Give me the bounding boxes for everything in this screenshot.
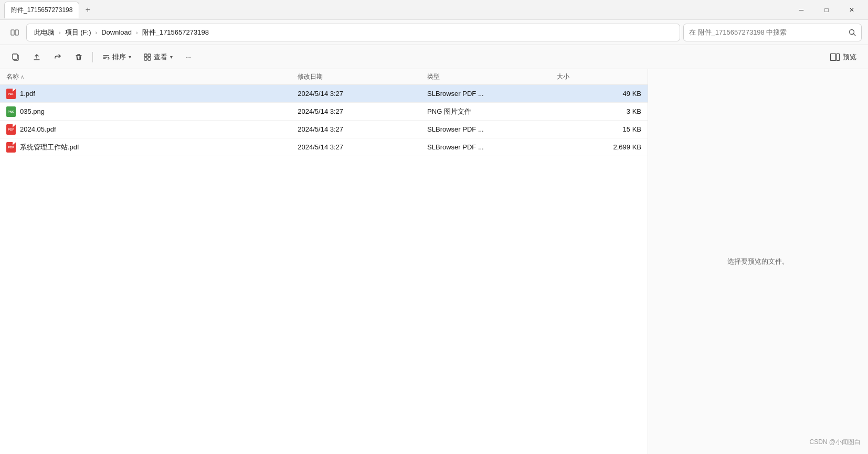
view-label: 查看 xyxy=(154,52,167,62)
cell-size: 15 KB xyxy=(551,121,648,138)
column-header-type[interactable]: 类型 xyxy=(421,69,551,85)
cell-name: PDF 系统管理工作站.pdf xyxy=(0,138,291,156)
breadcrumb-sep-3: › xyxy=(136,29,138,36)
search-icon[interactable] xyxy=(849,29,856,36)
cell-name: PDF 2024.05.pdf xyxy=(0,121,291,138)
cell-size: 49 KB xyxy=(551,85,648,103)
view-button[interactable]: 查看 ▾ xyxy=(139,48,178,66)
rename-button[interactable] xyxy=(27,48,46,66)
maximize-button[interactable]: □ xyxy=(814,2,839,18)
window-controls: ─ □ ✕ xyxy=(789,2,864,18)
pdf-icon: PDF xyxy=(6,89,16,99)
share-button[interactable] xyxy=(48,48,67,66)
file-name: 系统管理工作站.pdf xyxy=(20,143,79,152)
active-tab[interactable]: 附件_1715657273198 xyxy=(4,2,79,18)
table-row[interactable]: PDF 系统管理工作站.pdf 2024/5/14 3:27 SLBrowser… xyxy=(0,138,648,156)
column-header-size[interactable]: 大小 xyxy=(551,69,648,85)
table-row[interactable]: PDF 2024.05.pdf 2024/5/14 3:27 SLBrowser… xyxy=(0,121,648,138)
more-label: ··· xyxy=(185,53,191,61)
cell-name: PDF 1.pdf xyxy=(0,85,291,103)
delete-button[interactable] xyxy=(69,48,88,66)
svg-rect-8 xyxy=(144,58,147,60)
svg-rect-10 xyxy=(831,53,836,60)
title-bar: 附件_1715657273198 + ─ □ ✕ xyxy=(0,0,868,20)
close-button[interactable]: ✕ xyxy=(840,2,864,18)
toolbar: 排序 ▾ 查看 ▾ ··· 预览 xyxy=(0,45,868,69)
table-row[interactable]: PDF 1.pdf 2024/5/14 3:27 SLBrowser PDF .… xyxy=(0,85,648,103)
preview-toggle-button[interactable]: 预览 xyxy=(825,48,862,66)
svg-rect-6 xyxy=(144,54,147,57)
cell-name: PNG 035.png xyxy=(0,103,291,121)
breadcrumb-download[interactable]: Download xyxy=(99,27,134,37)
breadcrumb-project[interactable]: 项目 (F:) xyxy=(63,27,93,38)
file-name: 2024.05.pdf xyxy=(20,125,56,133)
minimize-button[interactable]: ─ xyxy=(789,2,813,18)
sidebar-toggle-button[interactable] xyxy=(6,24,23,41)
breadcrumb-sep-2: › xyxy=(96,29,98,36)
address-bar: 此电脑 › 项目 (F:) › Download › 附件_1715657273… xyxy=(0,20,868,45)
svg-rect-1 xyxy=(15,30,18,35)
sort-button[interactable]: 排序 ▾ xyxy=(97,48,136,66)
search-bar[interactable] xyxy=(683,24,862,41)
file-name: 1.pdf xyxy=(20,90,35,98)
column-header-date[interactable]: 修改日期 xyxy=(291,69,421,85)
column-header-name[interactable]: 名称 ∧ xyxy=(0,69,291,85)
cell-type: SLBrowser PDF ... xyxy=(421,138,551,156)
cell-size: 2,699 KB xyxy=(551,138,648,156)
more-button[interactable]: ··· xyxy=(180,48,196,66)
cell-type: PNG 图片文件 xyxy=(421,103,551,121)
cell-date: 2024/5/14 3:27 xyxy=(291,103,421,121)
pdf-icon: PDF xyxy=(6,124,16,135)
svg-rect-5 xyxy=(13,54,17,59)
view-dropdown-icon: ▾ xyxy=(170,54,173,60)
sort-label: 排序 xyxy=(112,52,126,62)
file-pane: 名称 ∧ 修改日期 类型 大小 xyxy=(0,69,648,454)
cell-type: SLBrowser PDF ... xyxy=(421,121,551,138)
cell-date: 2024/5/14 3:27 xyxy=(291,85,421,103)
active-tab-label: 附件_1715657273198 xyxy=(11,6,72,15)
copy-button[interactable] xyxy=(6,48,25,66)
svg-line-3 xyxy=(854,34,856,36)
preview-label: 预览 xyxy=(843,52,856,62)
breadcrumb-this-pc[interactable]: 此电脑 xyxy=(32,27,57,38)
tab-bar: 附件_1715657273198 + xyxy=(4,0,95,19)
file-table: 名称 ∧ 修改日期 类型 大小 xyxy=(0,69,648,156)
sort-dropdown-icon: ▾ xyxy=(129,54,131,60)
cell-size: 3 KB xyxy=(551,103,648,121)
breadcrumb[interactable]: 此电脑 › 项目 (F:) › Download › 附件_1715657273… xyxy=(26,24,680,41)
table-header-row: 名称 ∧ 修改日期 类型 大小 xyxy=(0,69,648,85)
cell-type: SLBrowser PDF ... xyxy=(421,85,551,103)
pdf-icon: PDF xyxy=(6,142,16,153)
svg-rect-9 xyxy=(148,58,151,60)
svg-rect-11 xyxy=(837,53,840,60)
search-input[interactable] xyxy=(689,28,845,36)
main-area: 名称 ∧ 修改日期 类型 大小 xyxy=(0,69,868,454)
svg-rect-7 xyxy=(148,54,151,57)
preview-empty-label: 选择要预览的文件。 xyxy=(727,257,789,266)
breadcrumb-current-folder[interactable]: 附件_1715657273198 xyxy=(140,27,211,38)
png-icon: PNG xyxy=(6,106,16,117)
table-row[interactable]: PNG 035.png 2024/5/14 3:27 PNG 图片文件 3 KB xyxy=(0,103,648,121)
preview-pane: 选择要预览的文件。 xyxy=(648,69,868,454)
cell-date: 2024/5/14 3:27 xyxy=(291,138,421,156)
file-name: 035.png xyxy=(20,107,45,115)
breadcrumb-sep-1: › xyxy=(59,29,61,36)
watermark: CSDN @小闻图白 xyxy=(809,438,861,447)
new-tab-button[interactable]: + xyxy=(80,3,95,17)
toolbar-separator-1 xyxy=(92,52,93,62)
svg-rect-0 xyxy=(11,30,14,35)
cell-date: 2024/5/14 3:27 xyxy=(291,121,421,138)
